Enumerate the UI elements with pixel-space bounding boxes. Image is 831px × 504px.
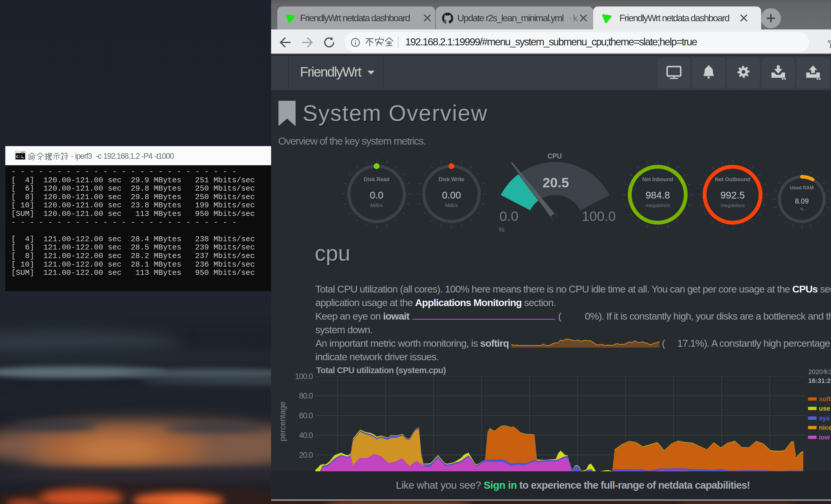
svg-text:Disk Write: Disk Write — [438, 176, 464, 182]
svg-text:C:\: C:\ — [16, 155, 23, 159]
svg-text:984.8: 984.8 — [646, 190, 670, 201]
svg-text:8.09: 8.09 — [795, 197, 809, 205]
svg-text:100.0: 100.0 — [582, 209, 615, 224]
svg-text:0.0: 0.0 — [370, 190, 383, 201]
svg-text:CPU: CPU — [547, 152, 562, 160]
svg-text:MiB/s: MiB/s — [370, 203, 383, 208]
svg-text:MiB/s: MiB/s — [445, 203, 458, 208]
svg-text:megabits/s: megabits/s — [720, 203, 745, 208]
svg-text:%: % — [498, 226, 505, 233]
svg-text:megabits/s: megabits/s — [646, 203, 670, 208]
svg-text:0.00: 0.00 — [442, 190, 461, 201]
svg-text:Net Outbound: Net Outbound — [715, 176, 750, 182]
svg-text:Used RAM: Used RAM — [790, 185, 813, 190]
svg-text:20.5: 20.5 — [543, 175, 569, 190]
svg-text:0.0: 0.0 — [499, 209, 518, 224]
svg-text:%: % — [800, 207, 804, 211]
svg-text:992.5: 992.5 — [720, 190, 745, 201]
svg-text:Net Inbound: Net Inbound — [642, 176, 674, 182]
svg-text:Disk Read: Disk Read — [364, 176, 389, 182]
